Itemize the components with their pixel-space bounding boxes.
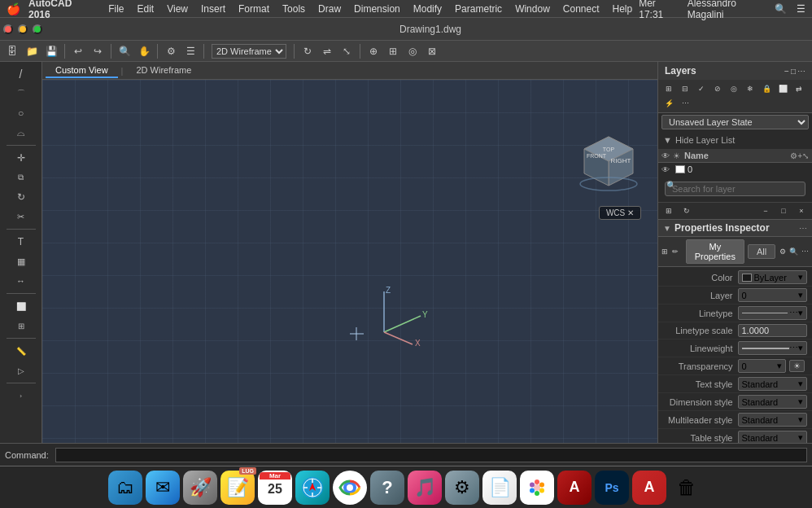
block-tool[interactable]: ⬜ xyxy=(5,297,37,315)
menu-tools[interactable]: Tools xyxy=(276,3,312,15)
trim-tool[interactable]: ✂ xyxy=(5,208,37,226)
polar-btn[interactable]: ◎ xyxy=(404,43,421,59)
menu-modify[interactable]: Modify xyxy=(407,3,448,15)
zoom-btn[interactable]: 🔍 xyxy=(116,43,133,59)
props-more-btn[interactable]: ⋯ xyxy=(801,245,809,258)
command-input[interactable] xyxy=(55,448,807,462)
col-settings-icon[interactable]: ⚙ xyxy=(790,151,797,160)
dock-help[interactable]: ? xyxy=(370,471,404,505)
copy-tool[interactable]: ⧉ xyxy=(5,169,37,186)
new-btn[interactable]: 🗄 xyxy=(3,43,21,59)
layer-dropdown-prop[interactable]: 0 ▾ xyxy=(738,288,808,302)
dock-textedit[interactable]: 📄 xyxy=(482,471,517,505)
scale-btn[interactable]: ⤡ xyxy=(338,43,356,59)
menu-help[interactable]: Help xyxy=(606,3,640,15)
layer-lock-btn[interactable]: 🔒 xyxy=(759,82,774,95)
props-options-btn[interactable]: ⋯ xyxy=(799,224,807,233)
dock-itunes[interactable]: 🎵 xyxy=(408,471,442,505)
apple-menu[interactable]: 🍎 xyxy=(7,2,20,15)
dock-system-prefs[interactable]: ⚙ xyxy=(445,471,479,505)
rotate-tool[interactable]: ↻ xyxy=(5,188,37,206)
props-search-btn[interactable]: 🔍 xyxy=(789,245,798,258)
polyline-tool[interactable]: ⌒ xyxy=(5,85,37,103)
mirror-btn[interactable]: ⇌ xyxy=(318,43,336,59)
dock-autocad-icon[interactable]: A xyxy=(557,471,592,505)
props-filter-btn[interactable]: ⚙ xyxy=(779,245,786,258)
window-maximize[interactable] xyxy=(33,24,42,34)
snap-btn[interactable]: ⊕ xyxy=(365,43,382,59)
expand-left[interactable]: › xyxy=(16,387,26,405)
menu-view[interactable]: View xyxy=(160,3,194,15)
panel-options-btn[interactable]: ⋯ xyxy=(797,67,805,76)
text-style-dropdown[interactable]: Standard ▾ xyxy=(738,377,808,391)
layer-current-btn[interactable]: ✓ xyxy=(694,82,709,95)
menu-format[interactable]: Format xyxy=(232,3,276,15)
dock-notes[interactable]: LUG 📝 xyxy=(220,471,255,505)
dock-photoshop-icon[interactable]: Ps xyxy=(595,471,629,505)
tab-my-properties[interactable]: My Properties xyxy=(686,239,744,264)
props-grid-btn[interactable]: ⊞ xyxy=(661,245,669,258)
canvas-tab-custom-view[interactable]: Custom View xyxy=(46,64,118,78)
drawing-area[interactable]: RIGHT FRONT TOP WCS ✕ Z Y xyxy=(42,80,657,443)
panel-close-btn[interactable]: − xyxy=(784,67,789,76)
redo-btn[interactable]: ↪ xyxy=(89,43,107,59)
layer-merge-btn[interactable]: ⇄ xyxy=(792,82,806,95)
table-style-dropdown[interactable]: Standard ▾ xyxy=(738,431,808,443)
tab-all[interactable]: All xyxy=(748,244,775,259)
pan-btn[interactable]: ✋ xyxy=(135,43,153,59)
dock-calendar[interactable]: Mar 25 xyxy=(258,471,292,505)
panel-close-small-icon[interactable]: × xyxy=(794,204,809,217)
menu-connect[interactable]: Connect xyxy=(557,3,606,15)
move-tool[interactable]: ✛ xyxy=(5,149,37,167)
layer-settings-btn[interactable]: ⋯ xyxy=(678,97,692,110)
color-dropdown[interactable]: ByLayer ▾ xyxy=(738,270,808,284)
hatch-tool[interactable]: ▦ xyxy=(5,252,37,270)
panel-grid-icon[interactable]: ⊞ xyxy=(661,204,676,217)
osnap-btn[interactable]: ⊠ xyxy=(423,43,441,59)
text-tool[interactable]: T xyxy=(5,233,37,251)
dock-safari[interactable] xyxy=(295,471,330,505)
layer-search-input[interactable] xyxy=(665,182,805,196)
measure-tool[interactable]: 📏 xyxy=(5,342,37,360)
menu-draw[interactable]: Draw xyxy=(312,3,347,15)
line-tool[interactable]: / xyxy=(5,65,37,83)
menu-window[interactable]: Window xyxy=(509,3,557,15)
menu-menu-icon[interactable]: ☰ xyxy=(797,3,805,15)
dock-mail[interactable]: ✉ xyxy=(146,471,180,505)
window-close[interactable] xyxy=(3,24,13,34)
dock-launchpad[interactable]: 🚀 xyxy=(183,471,217,505)
linetype-dropdown[interactable]: ⋯ ▾ xyxy=(738,306,808,320)
open-btn[interactable]: 📁 xyxy=(23,43,41,59)
dimension-tool[interactable]: ↔ xyxy=(5,272,37,290)
dock-finder[interactable]: 🗂 xyxy=(108,471,142,505)
properties-btn[interactable]: ⚙ xyxy=(162,43,180,59)
panel-maximize-icon[interactable]: □ xyxy=(776,204,791,217)
layers-btn[interactable]: ☰ xyxy=(181,43,199,59)
save-btn[interactable]: 💾 xyxy=(42,43,60,59)
arc-tool[interactable]: ⌓ xyxy=(5,124,37,142)
layer-delete-btn[interactable]: ⊟ xyxy=(678,82,692,95)
menu-file[interactable]: File xyxy=(102,3,130,15)
col-expand-icon[interactable]: ⤡ xyxy=(802,151,809,160)
dock-trash[interactable]: 🗑 xyxy=(670,471,704,505)
layer-state-dropdown[interactable]: Unsaved Layer State xyxy=(661,115,809,129)
draw-style-select[interactable]: 2D Wireframe Realistic Conceptual xyxy=(212,44,286,59)
lineweight-dropdown[interactable]: ⋯ ▾ xyxy=(738,341,808,355)
transparency-icon-btn[interactable]: ☀ xyxy=(789,360,805,372)
linetype-scale-input[interactable] xyxy=(738,324,808,337)
props-collapse-icon[interactable]: ▼ xyxy=(663,224,671,233)
rotate-btn[interactable]: ↻ xyxy=(299,43,317,59)
3d-nav-cube[interactable]: RIGHT FRONT TOP xyxy=(576,129,641,194)
wcs-indicator[interactable]: WCS ✕ xyxy=(599,206,641,220)
layer-color-btn[interactable]: ⬜ xyxy=(775,82,790,95)
menu-edit[interactable]: Edit xyxy=(131,3,161,15)
dim-style-dropdown[interactable]: Standard ▾ xyxy=(738,395,808,409)
ortho-btn[interactable]: ⊞ xyxy=(384,43,402,59)
insert-tool[interactable]: ⊞ xyxy=(5,317,37,335)
panel-expand-btn[interactable]: □ xyxy=(791,67,796,76)
layer-freeze-btn[interactable]: ❄ xyxy=(743,82,757,95)
layer-isolate-btn[interactable]: ◎ xyxy=(727,82,741,95)
menu-dimension[interactable]: Dimension xyxy=(347,3,407,15)
props-edit-btn[interactable]: ✏ xyxy=(672,245,679,258)
undo-btn[interactable]: ↩ xyxy=(69,43,87,59)
